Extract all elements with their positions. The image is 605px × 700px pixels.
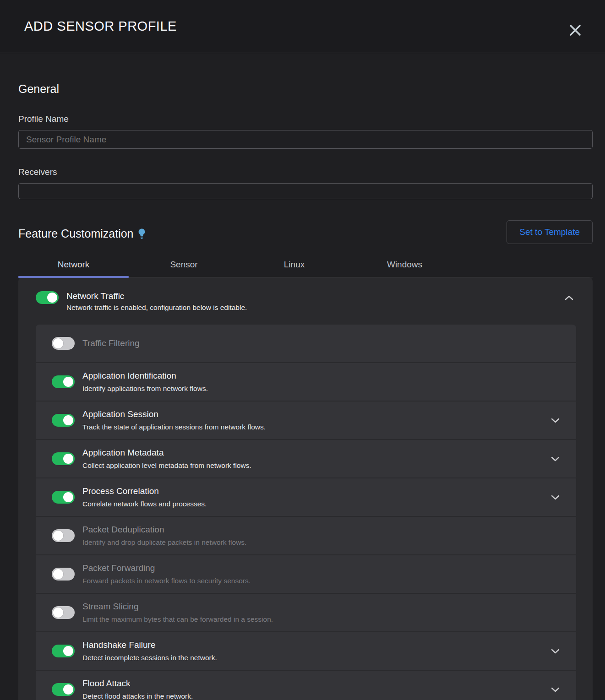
toggle-knob	[63, 684, 73, 695]
feature-title: Handshake Failure	[82, 640, 551, 650]
feature-title: Stream Slicing	[82, 602, 560, 612]
close-icon	[567, 22, 583, 39]
feature-row: Traffic Filtering	[36, 325, 576, 362]
toggle-knob	[63, 492, 73, 502]
modal-header: ADD SENSOR PROFILE	[0, 0, 605, 53]
toggle-knob	[53, 569, 63, 579]
chevron-down-icon[interactable]	[551, 495, 560, 500]
feature-title: Process Correlation	[82, 486, 551, 496]
feature-description: Forward packets in network flows to secu…	[82, 577, 560, 585]
toggle-knob	[47, 293, 57, 303]
feature-title: Application Identification	[82, 371, 560, 381]
toggle-knob	[63, 377, 73, 387]
tab-network[interactable]: Network	[18, 252, 129, 277]
network-traffic-row: Network Traffic Network traffic is enabl…	[18, 291, 593, 312]
chevron-down-icon[interactable]	[551, 456, 560, 461]
modal-title: ADD SENSOR PROFILE	[24, 19, 177, 34]
feature-description: Limit the maximum bytes that can be forw…	[82, 615, 560, 624]
network-traffic-title: Network Traffic	[66, 291, 565, 301]
tab-sensor[interactable]: Sensor	[129, 252, 239, 277]
feature-toggle[interactable]	[52, 606, 75, 619]
feature-description: Identify and drop duplicate packets in n…	[82, 538, 560, 547]
tab-label: Network	[58, 260, 90, 270]
feature-row: Application Metadata Collect application…	[36, 440, 576, 478]
feature-row: Flood Attack Detect flood attacks in the…	[36, 671, 576, 700]
toggle-knob	[63, 454, 73, 464]
toggle-knob	[63, 646, 73, 656]
feature-toggle[interactable]	[52, 529, 75, 542]
close-button[interactable]	[567, 22, 584, 39]
tab-label: Windows	[387, 260, 422, 270]
chevron-down-icon[interactable]	[551, 649, 560, 654]
feature-toggle[interactable]	[52, 491, 75, 504]
feature-description: Identify applications from network flows…	[82, 385, 560, 393]
feature-row: Application Identification Identify appl…	[36, 363, 576, 401]
feature-row: Packet Forwarding Forward packets in net…	[36, 555, 576, 593]
feature-title: Traffic Filtering	[82, 338, 560, 348]
toggle-knob	[63, 415, 73, 425]
feature-customization-heading: Feature Customization	[18, 227, 134, 240]
receivers-label: Receivers	[18, 167, 593, 177]
feature-row: Packet Deduplication Identify and drop d…	[36, 517, 576, 554]
feature-toggle[interactable]	[52, 337, 75, 350]
set-to-template-button[interactable]: Set to Template	[507, 220, 593, 244]
feature-customization-header: Feature Customization Set to Template	[18, 221, 593, 246]
feature-toggle[interactable]	[52, 683, 75, 696]
tab-label: Linux	[284, 260, 305, 270]
feature-title: Application Session	[82, 409, 551, 419]
chevron-down-icon[interactable]	[551, 687, 560, 692]
feature-title: Application Metadata	[82, 448, 551, 458]
toggle-knob	[53, 608, 63, 618]
feature-row: Handshake Failure Detect incomplete sess…	[36, 632, 576, 670]
feature-toggle[interactable]	[52, 414, 75, 427]
feature-description: Correlate network flows and processes.	[82, 500, 551, 508]
feature-row: Application Session Track the state of a…	[36, 402, 576, 439]
tab-label: Sensor	[170, 260, 197, 270]
toggle-knob	[53, 531, 63, 541]
chevron-down-icon[interactable]	[551, 418, 560, 423]
profile-name-label: Profile Name	[18, 114, 593, 124]
feature-toggle[interactable]	[52, 452, 75, 465]
profile-name-input[interactable]	[18, 130, 593, 149]
feature-row: Process Correlation Correlate network fl…	[36, 478, 576, 516]
receivers-input[interactable]	[18, 183, 593, 199]
tab-windows[interactable]: Windows	[349, 252, 460, 277]
toggle-knob	[53, 338, 63, 348]
feature-row: Stream Slicing Limit the maximum bytes t…	[36, 594, 576, 631]
feature-tabs: Network Sensor Linux Windows	[18, 252, 593, 277]
feature-title: Packet Forwarding	[82, 563, 560, 573]
lightbulb-icon	[138, 228, 146, 242]
general-heading: General	[18, 82, 593, 96]
feature-title: Packet Deduplication	[82, 525, 560, 535]
network-traffic-description: Network traffic is enabled, configuratio…	[66, 304, 565, 312]
feature-toggle[interactable]	[52, 568, 75, 581]
feature-description: Detect incomplete sessions in the networ…	[82, 654, 551, 662]
feature-description: Track the state of application sessions …	[82, 423, 551, 431]
feature-title: Flood Attack	[82, 678, 551, 689]
network-traffic-toggle[interactable]	[36, 291, 59, 304]
feature-description: Detect flood attacks in the network.	[82, 692, 551, 700]
modal-body: General Profile Name Receivers Feature C…	[18, 82, 593, 700]
feature-list: Traffic Filtering Application Identifica…	[36, 325, 576, 700]
network-features-panel: Network Traffic Network traffic is enabl…	[18, 277, 593, 700]
feature-toggle[interactable]	[52, 645, 75, 657]
chevron-up-icon[interactable]	[565, 294, 573, 302]
feature-description: Collect application level metadata from …	[82, 461, 551, 470]
tab-linux[interactable]: Linux	[239, 252, 349, 277]
feature-toggle[interactable]	[52, 375, 75, 388]
